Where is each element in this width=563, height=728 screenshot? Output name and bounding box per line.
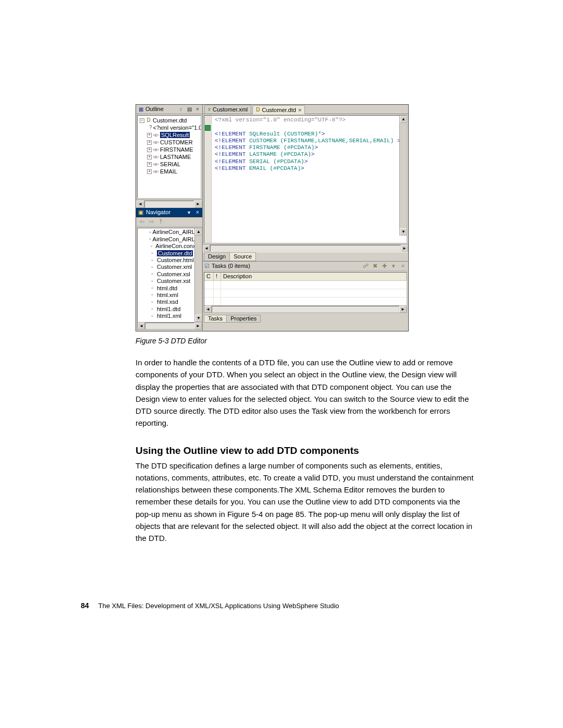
tasks-col-completed[interactable]: C — [204, 273, 214, 280]
tab-design[interactable]: Design — [204, 252, 230, 261]
navigator-close-icon[interactable]: × — [194, 209, 201, 216]
tree-expand-icon[interactable]: + — [147, 162, 152, 167]
tree-collapse-icon[interactable]: − — [140, 118, 144, 123]
navigator-item-label: html1.xml — [157, 313, 181, 319]
tree-root[interactable]: − D Customer.dtd — [139, 117, 201, 124]
book-title: The XML Files: Development of XML/XSL Ap… — [99, 602, 339, 610]
outline-tree[interactable]: − D Customer.dtd ? <?xml version="1.0" e… — [137, 115, 201, 199]
editor-tab-customer-xml[interactable]: x Customer.xml — [204, 105, 251, 114]
tree-expand-icon[interactable]: + — [147, 147, 152, 152]
element-icon: ‹e› — [153, 169, 159, 174]
tasks-filter-icon[interactable]: ☍ — [362, 263, 369, 269]
tree-expand-icon[interactable]: + — [147, 155, 152, 159]
tree-expand-icon[interactable]: + — [147, 169, 152, 174]
navigator-item[interactable]: ▫html.dtd — [138, 285, 202, 291]
tree-element[interactable]: +‹e›EMAIL — [139, 168, 201, 175]
tree-element[interactable]: +‹e›CUSTOMER — [139, 139, 201, 146]
outline-hscrollbar[interactable]: ◄ ► — [136, 200, 202, 208]
navigator-item[interactable]: ▫Customer.dtd — [138, 250, 202, 256]
navigator-item[interactable]: ▫Customer.html — [138, 257, 202, 264]
tree-element[interactable]: +‹e›SERIAL — [139, 161, 201, 168]
outline-close-icon[interactable]: × — [194, 106, 201, 113]
bottom-tab-tasks[interactable]: Tasks — [204, 315, 227, 323]
navigator-item[interactable]: ▫AirlineCon_AIRLINE. — [138, 229, 202, 236]
navigator-item[interactable]: ▫html.xml — [138, 292, 202, 299]
file-icon: ▫ — [149, 257, 155, 264]
tasks-col-priority[interactable]: ! — [214, 273, 221, 280]
scroll-right-icon[interactable]: ► — [401, 245, 408, 252]
navigator-item[interactable]: ▫html1.dtd — [138, 305, 202, 312]
tasks-menu-icon[interactable]: ▾ — [390, 263, 397, 269]
element-icon: ‹e› — [153, 154, 159, 159]
scroll-left-icon[interactable]: ◄ — [204, 306, 212, 313]
tasks-header: C ! Description — [204, 273, 407, 281]
tree-expand-icon[interactable]: + — [147, 133, 152, 138]
tasks-col-description[interactable]: Description — [221, 273, 407, 280]
nav-back-icon[interactable]: ⇦ — [138, 218, 145, 225]
navigator-hscrollbar[interactable]: ◄ ► — [138, 322, 202, 329]
source-line: <!ELEMENT SERIAL (#PCDATA)> — [215, 158, 405, 165]
tree-element[interactable]: +‹e›SQLResult — [139, 131, 201, 139]
tree-xmldecl[interactable]: ? <?xml version="1.0" en — [139, 124, 201, 131]
editor-hscrollbar[interactable]: ◄ ► — [203, 244, 408, 252]
file-icon: ▫ — [149, 285, 155, 291]
scroll-left-icon[interactable]: ◄ — [203, 245, 210, 252]
navigator-item-label: Customer.xsl — [157, 271, 190, 278]
scroll-left-icon[interactable]: ◄ — [138, 323, 145, 329]
tasks-panel-icon: ☑ — [204, 263, 210, 269]
tab-close-icon[interactable]: × — [298, 107, 301, 114]
bottom-tab-properties[interactable]: Properties — [227, 315, 261, 323]
navigator-item[interactable]: ▫AirlineCon_AIRLINE. — [138, 236, 202, 242]
navigator-menu-icon[interactable]: ▾ — [185, 209, 192, 216]
navigator-item[interactable]: ▫Customer.xsl — [138, 270, 202, 277]
tasks-hscrollbar[interactable]: ◄ ► — [204, 305, 407, 313]
tree-expand-icon[interactable]: + — [147, 140, 152, 145]
navigator-item[interactable]: ▫Customer.xst — [138, 278, 202, 285]
outline-sort-b-icon[interactable]: ▤ — [186, 106, 193, 113]
outline-sort-a-icon[interactable]: ↕ — [177, 106, 185, 113]
editor-vscrollbar[interactable]: ▲ ▼ — [399, 116, 407, 236]
file-icon: ▫ — [149, 229, 151, 236]
scroll-right-icon[interactable]: ► — [399, 306, 407, 313]
source-line: <!ELEMENT LASTNAME (#PCDATA)> — [215, 151, 405, 158]
navigator-item-label: Customer.xml — [157, 264, 192, 270]
file-icon: ▫ — [149, 313, 155, 319]
navigator-vscrollbar[interactable]: ▲ ▼ — [194, 228, 202, 322]
scroll-left-icon[interactable]: ◄ — [136, 201, 144, 208]
tree-element-label: CUSTOMER — [160, 139, 193, 146]
navigator-item[interactable]: ▫AirlineCon.conxmi — [138, 243, 202, 250]
tasks-new-icon[interactable]: ✚ — [381, 263, 388, 269]
nav-forward-icon[interactable]: ⇨ — [148, 218, 155, 225]
navigator-list[interactable]: ▫AirlineCon_AIRLINE.▫AirlineCon_AIRLINE.… — [137, 228, 202, 330]
scroll-right-icon[interactable]: ► — [194, 323, 202, 329]
design-source-tabs: Design Source — [203, 252, 408, 261]
scroll-up-icon[interactable]: ▲ — [400, 116, 407, 123]
tasks-table[interactable]: C ! Description ◄ ► — [204, 272, 407, 313]
tab-source[interactable]: Source — [230, 252, 256, 261]
tasks-empty-grid — [204, 281, 407, 305]
tasks-close-icon[interactable]: × — [399, 263, 407, 269]
navigator-item[interactable]: ▫html1.xml — [138, 313, 202, 319]
outline-title: Outline — [145, 106, 176, 113]
tree-element[interactable]: +‹e›FIRSTNAME — [139, 146, 201, 153]
tasks-delete-icon[interactable]: ✖ — [371, 263, 378, 269]
source-editor[interactable]: <?xml version="1.0" encoding="UTF-8"?><!… — [204, 115, 407, 243]
scroll-down-icon[interactable]: ▼ — [400, 228, 407, 236]
file-icon: ▫ — [149, 243, 154, 250]
outline-titlebar: ▦ Outline ↕ ▤ × — [136, 105, 202, 114]
scroll-down-icon[interactable]: ▼ — [195, 315, 202, 322]
dtd-editor-screenshot: ▦ Outline ↕ ▤ × − D Customer.dtd ? <?xml… — [136, 104, 409, 331]
scroll-right-icon[interactable]: ► — [194, 201, 202, 208]
editor-tab-customer-dtd[interactable]: D Customer.dtd × — [252, 105, 305, 114]
navigator-item[interactable]: ▫Customer.xml — [138, 264, 202, 270]
scroll-up-icon[interactable]: ▲ — [195, 228, 202, 236]
navigator-item[interactable]: ▫html.xsd — [138, 299, 202, 305]
nav-up-icon[interactable]: ⤒ — [157, 218, 164, 225]
navigator-panel: ▣ Navigator ▾ × ⇦ ⇨ ⤒ ▫AirlineCon_AIRLIN… — [136, 208, 203, 331]
file-icon: ▫ — [149, 278, 155, 285]
file-icon: ▫ — [149, 236, 151, 242]
source-line: <!ELEMENT EMAIL (#PCDATA)> — [215, 165, 405, 172]
tree-element[interactable]: +‹e›LASTNAME — [139, 153, 201, 161]
tree-xmldecl-label: <?xml version="1.0" en — [153, 125, 201, 131]
page-footer: 84 The XML Files: Development of XML/XSL… — [81, 601, 478, 610]
